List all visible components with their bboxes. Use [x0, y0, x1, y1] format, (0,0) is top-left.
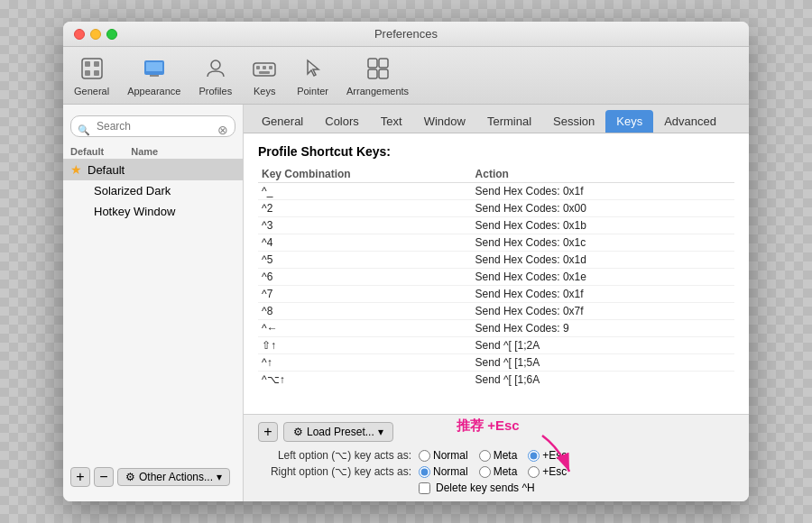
- delete-key-row: Delete key sends ^H: [258, 482, 734, 494]
- table-row[interactable]: ^7Send Hex Codes: 0x1f: [258, 286, 734, 303]
- tab-window[interactable]: Window: [413, 110, 476, 133]
- key-combination: ^↑: [258, 354, 472, 372]
- annotation-arrow: [524, 431, 578, 481]
- tab-general[interactable]: General: [251, 110, 314, 133]
- table-row[interactable]: ^4Send Hex Codes: 0x1c: [258, 234, 734, 252]
- minimize-button[interactable]: [90, 29, 101, 40]
- profiles-icon: [201, 54, 230, 83]
- chevron-down-icon: ▾: [217, 471, 222, 483]
- svg-rect-10: [256, 66, 260, 69]
- titlebar: Preferences: [63, 22, 749, 47]
- key-action: Send Hex Codes: 0x1f: [472, 183, 734, 200]
- sidebar-footer: + − ⚙ Other Actions... ▾: [63, 460, 243, 494]
- toolbar-pointer[interactable]: Pointer: [297, 54, 328, 96]
- keys-icon: [250, 54, 279, 83]
- sidebar-item-label: Hotkey Window: [94, 205, 175, 218]
- left-normal-option[interactable]: Normal: [419, 449, 468, 462]
- table-row[interactable]: ^3Send Hex Codes: 0x1b: [258, 217, 734, 234]
- key-combination: ⇧↑: [258, 337, 472, 354]
- tab-keys[interactable]: Keys: [605, 110, 653, 133]
- key-action: Send Hex Codes: 0x00: [472, 200, 734, 217]
- left-meta-option[interactable]: Meta: [479, 449, 518, 462]
- add-profile-button[interactable]: +: [70, 467, 90, 487]
- tab-colors[interactable]: Colors: [314, 110, 370, 133]
- key-action: Send ^[ [1;2A: [472, 337, 734, 354]
- gear-icon: ⚙: [125, 471, 135, 483]
- tab-advanced[interactable]: Advanced: [653, 110, 727, 133]
- search-input[interactable]: [70, 115, 235, 137]
- add-key-button[interactable]: +: [258, 422, 278, 442]
- search-icon: 🔍: [78, 124, 90, 136]
- right-meta-option[interactable]: Meta: [479, 465, 518, 478]
- close-button[interactable]: [74, 29, 85, 40]
- right-meta-radio[interactable]: [479, 466, 491, 478]
- key-action: Send ^[ [1;5A: [472, 354, 734, 372]
- sidebar-col-default: Default: [70, 146, 104, 157]
- right-option-label: Right option (⌥) key acts as:: [258, 465, 411, 478]
- left-normal-radio[interactable]: [419, 450, 430, 462]
- svg-rect-15: [379, 59, 388, 68]
- sidebar-item-default[interactable]: ★ Default: [63, 159, 243, 180]
- table-row[interactable]: ^6Send Hex Codes: 0x1e: [258, 269, 734, 286]
- window-title: Preferences: [374, 27, 438, 41]
- table-row[interactable]: ^5Send Hex Codes: 0x1d: [258, 252, 734, 269]
- key-combination: ^3: [258, 217, 472, 234]
- right-normal-radio[interactable]: [419, 466, 430, 478]
- remove-profile-button[interactable]: −: [94, 467, 114, 487]
- sidebar-item-hotkey[interactable]: Hotkey Window: [63, 201, 243, 222]
- preferences-window: Preferences General: [63, 22, 749, 501]
- toolbar-arrangements[interactable]: Arrangements: [346, 54, 409, 96]
- key-action: Send Hex Codes: 0x1d: [472, 252, 734, 269]
- table-row[interactable]: ^↑Send ^[ [1;5A: [258, 354, 734, 372]
- toolbar: General Appearance Profiles: [63, 47, 749, 105]
- load-preset-button[interactable]: ⚙ Load Preset... ▾: [283, 422, 393, 442]
- svg-rect-12: [269, 66, 272, 69]
- svg-rect-3: [85, 70, 90, 76]
- table-row[interactable]: ^8Send Hex Codes: 0x7f: [258, 303, 734, 320]
- tab-terminal[interactable]: Terminal: [476, 110, 542, 133]
- traffic-lights: [74, 29, 117, 40]
- keys-table: Key Combination Action ^_Send Hex Codes:…: [258, 166, 734, 388]
- svg-rect-16: [368, 69, 377, 78]
- delete-key-checkbox[interactable]: [419, 482, 430, 494]
- key-action: Send Hex Codes: 0x1b: [472, 217, 734, 234]
- toolbar-appearance[interactable]: Appearance: [127, 54, 180, 96]
- right-normal-option[interactable]: Normal: [419, 465, 468, 478]
- annotation-text: 推荐 +Esc: [457, 417, 520, 435]
- appearance-icon: [140, 54, 169, 83]
- table-row[interactable]: ^2Send Hex Codes: 0x00: [258, 200, 734, 217]
- right-option-row: Right option (⌥) key acts as: Normal Met…: [258, 465, 734, 478]
- key-action: Send ^[ [1;6A: [472, 372, 734, 389]
- star-icon: ★: [70, 162, 82, 177]
- tab-session[interactable]: Session: [542, 110, 605, 133]
- left-option-row: Left option (⌥) key acts as: Normal Meta: [258, 449, 734, 462]
- preset-label: Load Preset...: [307, 426, 374, 438]
- key-action: Send Hex Codes: 9: [472, 320, 734, 337]
- table-row[interactable]: ^_Send Hex Codes: 0x1f: [258, 183, 734, 200]
- panel-content: Profile Shortcut Keys: Key Combination A…: [244, 133, 749, 414]
- key-combination: ^_: [258, 183, 472, 200]
- col-header-action: Action: [472, 166, 734, 183]
- tab-text[interactable]: Text: [370, 110, 413, 133]
- table-row[interactable]: ^←Send Hex Codes: 9: [258, 320, 734, 337]
- toolbar-general[interactable]: General: [74, 54, 109, 96]
- maximize-button[interactable]: [106, 29, 117, 40]
- search-clear-icon[interactable]: ⊗: [217, 123, 228, 137]
- tabs-bar: General Colors Text Window Terminal Sess…: [244, 105, 749, 133]
- key-combination: ^2: [258, 200, 472, 217]
- svg-rect-1: [85, 61, 90, 67]
- toolbar-profiles[interactable]: Profiles: [198, 54, 232, 96]
- delete-key-label: Delete key sends ^H: [436, 482, 535, 494]
- svg-rect-2: [94, 61, 99, 67]
- table-row[interactable]: ⇧↑Send ^[ [1;2A: [258, 337, 734, 354]
- other-actions-button[interactable]: ⚙ Other Actions... ▾: [117, 468, 230, 486]
- table-row[interactable]: ^⌥↑Send ^[ [1;6A: [258, 372, 734, 389]
- gear-icon-preset: ⚙: [293, 426, 303, 438]
- sidebar-item-solarized[interactable]: Solarized Dark: [63, 180, 243, 201]
- right-meta-label: Meta: [494, 465, 518, 478]
- chevron-down-preset: ▾: [378, 426, 383, 438]
- svg-rect-14: [368, 59, 377, 68]
- key-combination: ^6: [258, 269, 472, 286]
- left-meta-radio[interactable]: [479, 450, 491, 462]
- toolbar-keys[interactable]: Keys: [250, 54, 279, 96]
